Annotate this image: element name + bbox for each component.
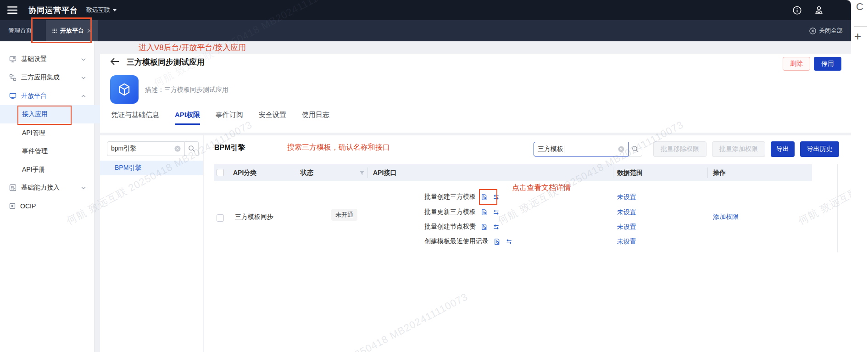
tab-usage-logs[interactable]: 使用日志 <box>302 111 329 125</box>
select-all-checkbox[interactable] <box>217 169 224 176</box>
hamburger-menu-icon[interactable] <box>7 6 17 14</box>
api-name: 批量创建节点权责 <box>424 223 476 231</box>
api-search-button[interactable] <box>629 142 642 156</box>
scope-not-set-link[interactable]: 未设置 <box>617 235 636 248</box>
api-name: 创建模板最近使用记录 <box>424 237 489 246</box>
tab-security-settings[interactable]: 安全设置 <box>259 111 286 125</box>
api-search-input[interactable]: 三方模板 <box>534 142 629 156</box>
export-button[interactable]: 导出 <box>771 141 795 157</box>
sliders-icon <box>9 184 17 191</box>
doc-detail-icon[interactable] <box>481 223 488 230</box>
app-description: 描述：三方模板同步测试应用 <box>145 86 228 94</box>
scope-not-set-link[interactable]: 未设置 <box>617 190 636 204</box>
chevron-down-icon <box>81 186 86 190</box>
app-title: 协同运营平台 <box>28 5 78 16</box>
search-icon <box>188 145 195 152</box>
transfer-icon[interactable] <box>493 223 500 230</box>
org-name: 致远互联 <box>86 6 110 14</box>
screen: 协同运营平台 致远互联 管理首页 开放平台 <box>0 0 868 352</box>
row-api-category: 三方模板同步 <box>235 212 273 221</box>
api-row: 批量创建三方模板 <box>424 190 500 204</box>
api-row: 批量创建节点权责 <box>424 220 500 234</box>
scope-not-set-link[interactable]: 未设置 <box>617 205 636 219</box>
batch-remove-permission-button[interactable]: 批量移除权限 <box>653 141 707 157</box>
sidebar-item-basic-capability[interactable]: 基础能力接入 <box>0 179 94 197</box>
doc-detail-icon[interactable] <box>481 209 488 216</box>
category-search-button[interactable] <box>185 141 199 156</box>
tab-api-permissions[interactable]: API权限 <box>175 111 200 125</box>
table-header: API分类 状态 API接口 数据范围 操作 <box>214 164 812 181</box>
back-arrow-icon[interactable] <box>110 57 119 66</box>
app-detail-tabs: 凭证与基础信息 API权限 事件订阅 安全设置 使用日志 <box>111 111 329 125</box>
sidebar-item-access-apps[interactable]: 接入应用 <box>0 105 116 123</box>
category-search-input[interactable]: bpm引擎 <box>107 141 185 156</box>
category-search-group: bpm引擎 <box>107 141 199 156</box>
transfer-icon[interactable] <box>493 194 500 201</box>
tab-label: 开放平台 <box>60 27 84 35</box>
annotation-search-hint: 搜索三方模板，确认名称和接口 <box>287 143 390 152</box>
sidebar-item-ocip[interactable]: OCIP <box>0 197 94 215</box>
scope-not-set-link[interactable]: 未设置 <box>617 220 636 234</box>
tab-close-icon[interactable] <box>87 28 92 33</box>
column-status: 状态 <box>300 164 313 181</box>
clear-icon[interactable] <box>618 146 624 152</box>
add-permission-link[interactable]: 添加权限 <box>713 213 739 221</box>
close-all-icon <box>809 28 816 34</box>
ocip-icon <box>9 203 16 209</box>
browser-edge-panel: C + <box>851 0 868 352</box>
transfer-icon[interactable] <box>506 238 512 245</box>
column-divider <box>613 168 613 178</box>
api-search-group: 三方模板 <box>534 142 642 156</box>
sidebar-item-api-management[interactable]: API管理 <box>0 124 116 142</box>
sidebar-item-basic-settings[interactable]: 基础设置 <box>0 50 94 68</box>
sidebar-item-api-manual[interactable]: API手册 <box>0 161 116 179</box>
api-row: 创建模板最近使用记录 <box>424 235 512 248</box>
row-checkbox[interactable] <box>217 214 224 222</box>
edge-divider <box>854 26 867 27</box>
app-cube-icon <box>110 75 139 104</box>
info-icon[interactable] <box>793 6 801 15</box>
column-api-interface: API接口 <box>373 164 396 181</box>
tab-event-subscription[interactable]: 事件订阅 <box>216 111 243 125</box>
caret-down-icon <box>113 9 117 11</box>
close-all-tabs[interactable]: 关闭全部 <box>809 20 851 41</box>
api-permission-panel: BPM引擎 搜索三方模板，确认名称和接口 三方模板 批量移除权限 批量添加权限 … <box>204 135 851 352</box>
sidebar-nav: 基础设置 三方应用集成 开放平台 接入应用 API管理 事件管理 API手册 基… <box>0 41 95 352</box>
api-name: 批量创建三方模板 <box>424 193 476 201</box>
filter-funnel-icon[interactable] <box>359 170 365 176</box>
column-divider <box>707 168 708 178</box>
edge-new-button[interactable]: + <box>854 29 861 44</box>
chevron-down-icon <box>81 58 86 61</box>
export-history-button[interactable]: 导出历史 <box>800 141 839 157</box>
doc-detail-icon[interactable] <box>494 238 501 245</box>
api-name: 批量更新三方模板 <box>424 208 476 216</box>
panel-title: BPM引擎 <box>214 143 245 153</box>
tab-credentials[interactable]: 凭证与基础信息 <box>111 111 159 125</box>
column-action: 操作 <box>713 164 726 181</box>
workspace-tab-bar: 管理首页 开放平台 关闭全部 <box>0 20 851 41</box>
column-api-category: API分类 <box>233 164 256 181</box>
edge-glyph-c: C <box>856 1 863 13</box>
tab-open-platform[interactable]: 开放平台 <box>46 20 98 41</box>
clear-icon[interactable] <box>174 145 181 152</box>
column-data-scope: 数据范围 <box>617 164 643 181</box>
disable-button[interactable]: 停用 <box>814 57 841 71</box>
app-detail-header: 三方模板同步测试应用 删除 停用 描述：三方模板同步测试应用 凭证与基础信息 A… <box>100 54 851 133</box>
sidebar-item-thirdparty-integration[interactable]: 三方应用集成 <box>0 68 94 87</box>
settings-monitor-icon <box>9 56 17 63</box>
user-icon[interactable] <box>814 6 823 15</box>
text-cursor <box>564 145 564 153</box>
sidebar-item-event-management[interactable]: 事件管理 <box>0 142 116 161</box>
org-switcher[interactable]: 致远互联 <box>86 6 117 14</box>
annotation-doc-hint: 点击查看文档详情 <box>512 183 571 193</box>
doc-detail-icon[interactable] <box>481 194 488 201</box>
top-bar: 协同运营平台 致远互联 <box>0 0 851 20</box>
tab-admin-home[interactable]: 管理首页 <box>0 20 40 41</box>
delete-button[interactable]: 删除 <box>783 57 810 71</box>
batch-add-permission-button[interactable]: 批量添加权限 <box>712 141 765 157</box>
transfer-icon[interactable] <box>493 209 500 216</box>
integration-icon <box>9 74 17 81</box>
sidebar-item-open-platform[interactable]: 开放平台 <box>0 87 94 105</box>
api-category-panel: bpm引擎 BPM引擎 <box>100 135 203 352</box>
category-item-bpm-engine[interactable]: BPM引擎 <box>100 161 203 175</box>
